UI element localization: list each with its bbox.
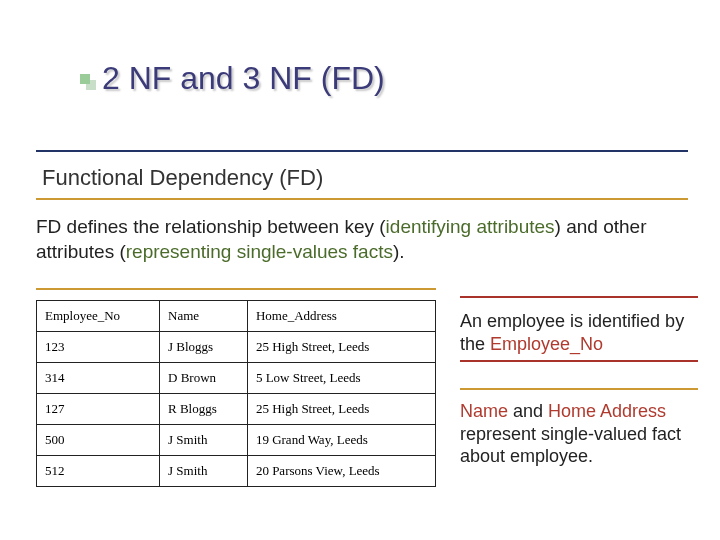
definition-text: FD defines the relationship between key …	[36, 215, 692, 264]
cell: J Smith	[160, 425, 248, 456]
cell: R Bloggs	[160, 394, 248, 425]
divider-subtitle	[36, 198, 688, 200]
divider-top	[36, 150, 688, 152]
table-header-row: Employee_No Name Home_Address	[37, 301, 436, 332]
cell: 25 High Street, Leeds	[247, 332, 435, 363]
cell: 25 High Street, Leeds	[247, 394, 435, 425]
col-home-address: Home_Address	[247, 301, 435, 332]
divider-note2	[460, 388, 698, 390]
bullet-icon	[80, 74, 90, 84]
cell: D Brown	[160, 363, 248, 394]
cell: 512	[37, 456, 160, 487]
divider-note1	[460, 296, 698, 298]
col-name: Name	[160, 301, 248, 332]
defn-term-representing: representing single-values facts	[126, 241, 393, 262]
cell: 123	[37, 332, 160, 363]
table-row: 127 R Bloggs 25 High Street, Leeds	[37, 394, 436, 425]
table-row: 512 J Smith 20 Parsons View, Leeds	[37, 456, 436, 487]
table-row: 314 D Brown 5 Low Street, Leeds	[37, 363, 436, 394]
cell: 127	[37, 394, 160, 425]
defn-post: ).	[393, 241, 405, 262]
slide-title: 2 NF and 3 NF (FD)	[102, 60, 385, 97]
note2-hl-name: Name	[460, 401, 508, 421]
note-single-valued: Name and Home Address represent single-v…	[460, 400, 698, 468]
cell: 314	[37, 363, 160, 394]
note-identified-by: An employee is identified by the Employe…	[460, 310, 698, 355]
cell: J Smith	[160, 456, 248, 487]
divider-table	[36, 288, 436, 290]
note2-hl-address: Home Address	[548, 401, 666, 421]
table-row: 500 J Smith 19 Grand Way, Leeds	[37, 425, 436, 456]
col-employee-no: Employee_No	[37, 301, 160, 332]
cell: J Bloggs	[160, 332, 248, 363]
subtitle: Functional Dependency (FD)	[42, 165, 323, 191]
underline-note1	[460, 360, 698, 362]
defn-pre: FD defines the relationship between key …	[36, 216, 386, 237]
cell: 5 Low Street, Leeds	[247, 363, 435, 394]
cell: 20 Parsons View, Leeds	[247, 456, 435, 487]
slide: 2 NF and 3 NF (FD) Functional Dependency…	[0, 0, 720, 540]
note2-post: represent single-valued fact about emplo…	[460, 424, 681, 467]
note1-highlight: Employee_No	[490, 334, 603, 354]
table-row: 123 J Bloggs 25 High Street, Leeds	[37, 332, 436, 363]
cell: 19 Grand Way, Leeds	[247, 425, 435, 456]
defn-term-identifying: identifying attributes	[386, 216, 555, 237]
employee-table: Employee_No Name Home_Address 123 J Blog…	[36, 300, 436, 487]
title-row: 2 NF and 3 NF (FD)	[80, 60, 385, 97]
note2-mid: and	[508, 401, 548, 421]
cell: 500	[37, 425, 160, 456]
